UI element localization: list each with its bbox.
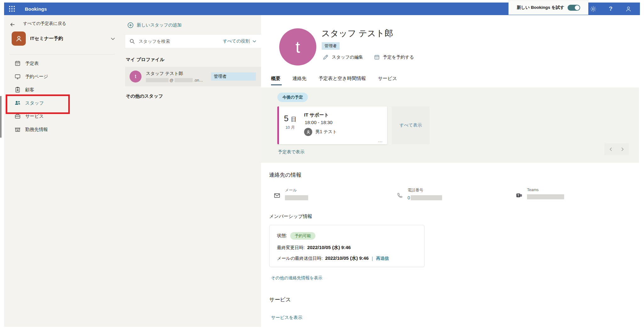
- pager-next-icon[interactable]: [620, 147, 625, 151]
- staff-avatar: t: [130, 71, 142, 82]
- toggle-knob: [575, 5, 580, 10]
- pager-prev-icon[interactable]: [609, 147, 613, 151]
- plus-circle-icon: [127, 22, 134, 28]
- upcoming-section: 今後の予定 5 日 10 月 IT サポート 18:00 - 18:30 男1 …: [261, 88, 639, 163]
- services-heading: サービス: [269, 296, 291, 303]
- other-staff-heading: その他のスタッフ: [126, 93, 163, 99]
- book-appointment-button[interactable]: 予定を予約する: [374, 54, 414, 60]
- help-icon[interactable]: ?: [607, 5, 614, 12]
- app-title: Bookings: [25, 6, 47, 12]
- teams-value: [527, 194, 564, 199]
- status-badge: 予約可能: [290, 232, 315, 240]
- show-services-link[interactable]: サービスを表示: [271, 315, 302, 321]
- resend-link[interactable]: 再送信: [376, 256, 389, 261]
- waffle-icon[interactable]: [8, 5, 15, 12]
- event-more-ellipsis[interactable]: …: [378, 138, 383, 143]
- sidebar-divider: [9, 54, 115, 54]
- booking-page-selector[interactable]: ITセミナー予約: [12, 31, 119, 46]
- redacted-teams-value: [527, 194, 564, 199]
- attendee-name: 男1 テスト: [315, 129, 337, 135]
- contact-info-heading: 連絡先の情報: [269, 171, 301, 179]
- phone-field-body: 電話番号 0: [408, 188, 442, 200]
- storefront-icon: [14, 126, 21, 133]
- edit-staff-button[interactable]: スタッフの編集: [323, 54, 363, 60]
- upcoming-badge: 今後の予定: [277, 93, 308, 102]
- event-title: IT サポート: [304, 112, 329, 118]
- sidebar-item-business-info[interactable]: 勤務先情報: [4, 123, 123, 136]
- mail-value: [285, 195, 308, 200]
- redacted-email-domain: [175, 78, 193, 82]
- role-filter-dropdown[interactable]: すべての役割: [223, 38, 257, 44]
- status-label: 状態:: [277, 233, 287, 239]
- redacted-phone-value: [411, 195, 442, 200]
- mail-label: メール: [285, 188, 308, 193]
- event-month: 10 月: [284, 125, 297, 130]
- detail-role-badge: 管理者: [322, 42, 340, 50]
- calendar-icon: [374, 54, 380, 60]
- back-to-all-calendars-link[interactable]: すべての予定表に戻る: [10, 21, 71, 27]
- briefcase-icon: [14, 113, 21, 119]
- try-new-bookings-toggle[interactable]: [568, 5, 580, 11]
- teams-label: Teams: [527, 188, 564, 192]
- show-in-calendar-link[interactable]: 予定表で表示: [278, 149, 304, 155]
- monitor-icon: [14, 73, 21, 80]
- search-icon: [130, 39, 135, 44]
- clipboard-person-icon: [14, 87, 21, 93]
- email-at: @: [169, 78, 174, 82]
- event-time: 18:00 - 18:30: [305, 120, 332, 125]
- phone-label: 電話番号: [408, 188, 442, 193]
- sidebar-item-label: 勤務先情報: [25, 127, 48, 133]
- staff-search-bar: すべての役割: [125, 35, 261, 48]
- back-arrow-icon: [10, 22, 15, 27]
- last-mail-label: メールの最終送信日時:: [277, 256, 323, 261]
- more-contact-info-link[interactable]: その他の連絡先情報を表示: [271, 275, 322, 281]
- tab-services[interactable]: サービス: [378, 76, 397, 85]
- tab-schedule-availability[interactable]: 予定表と空き時間情報: [319, 76, 366, 85]
- show-all-button[interactable]: すべて表示: [392, 106, 430, 144]
- membership-card: 状態: 予約可能 最終変更日時: 2022/10/05 (水) 9:46 メール…: [269, 225, 425, 267]
- email-suffix: .on…: [194, 78, 203, 82]
- status-row: 状態: 予約可能: [277, 232, 315, 240]
- event-day-unit: 日: [291, 116, 297, 122]
- mail-field-body: メール: [285, 188, 308, 200]
- tab-overview[interactable]: 概要: [271, 76, 280, 85]
- pencil-icon: [323, 54, 329, 60]
- edit-staff-label: スタッフの編集: [332, 54, 363, 60]
- staff-detail-panel: t スタッフ テスト郎 管理者 スタッフの編集 予定を予約する 概要 連絡先 予…: [261, 15, 640, 327]
- attendee-avatar-icon: [304, 128, 312, 136]
- contact-fields: メール 電話番号 0: [274, 188, 626, 200]
- phone-icon: [396, 192, 403, 199]
- staff-search-input[interactable]: [138, 38, 223, 44]
- teams-field-body: Teams: [527, 188, 564, 199]
- chevron-down-icon: [110, 36, 115, 41]
- tab-contact[interactable]: 連絡先: [292, 76, 307, 85]
- detail-tabs: 概要 連絡先 予定表と空き時間情報 サービス: [271, 76, 397, 85]
- sidebar-item-label: 予定表: [25, 60, 39, 66]
- staff-list-item[interactable]: t スタッフ テスト郎 @ .on… 管理者: [125, 67, 261, 86]
- event-date: 5 日 10 月: [284, 114, 297, 130]
- role-filter-label: すべての役割: [223, 38, 250, 44]
- detail-staff-name: スタッフ テスト郎: [321, 28, 393, 39]
- detail-avatar: t: [279, 28, 316, 65]
- last-modified-value: 2022/10/05 (水) 9:46: [307, 245, 351, 251]
- detail-actions: スタッフの編集 予定を予約する: [323, 54, 414, 60]
- upcoming-pager: [604, 143, 629, 155]
- booking-page-avatar: [12, 31, 26, 46]
- event-attendee: 男1 テスト: [304, 128, 337, 136]
- event-card[interactable]: 5 日 10 月 IT サポート 18:00 - 18:30 男1 テスト …: [277, 106, 387, 144]
- settings-gear-icon[interactable]: [590, 5, 597, 12]
- topbar-actions: ?: [584, 3, 637, 15]
- sidebar-item-booking-page[interactable]: 予約ページ: [4, 70, 123, 83]
- booking-page-name: ITセミナー予約: [30, 36, 63, 42]
- left-edge-artifact: [0, 96, 2, 138]
- sidebar-item-label: 予約ページ: [25, 74, 48, 80]
- last-modified-label: 最終変更日時:: [277, 245, 305, 251]
- add-staff-button[interactable]: 新しいスタッフの追加: [127, 22, 181, 28]
- try-new-bookings-banner: 新しい Bookings を試す: [509, 1, 588, 14]
- sidebar-item-calendar[interactable]: 予定表: [4, 57, 123, 70]
- account-icon[interactable]: [625, 5, 632, 12]
- mail-icon: [274, 192, 280, 199]
- staff-item-name: スタッフ テスト郎: [146, 71, 203, 77]
- phone-value-prefix: 0: [408, 195, 410, 200]
- event-day: 5 日: [284, 114, 297, 124]
